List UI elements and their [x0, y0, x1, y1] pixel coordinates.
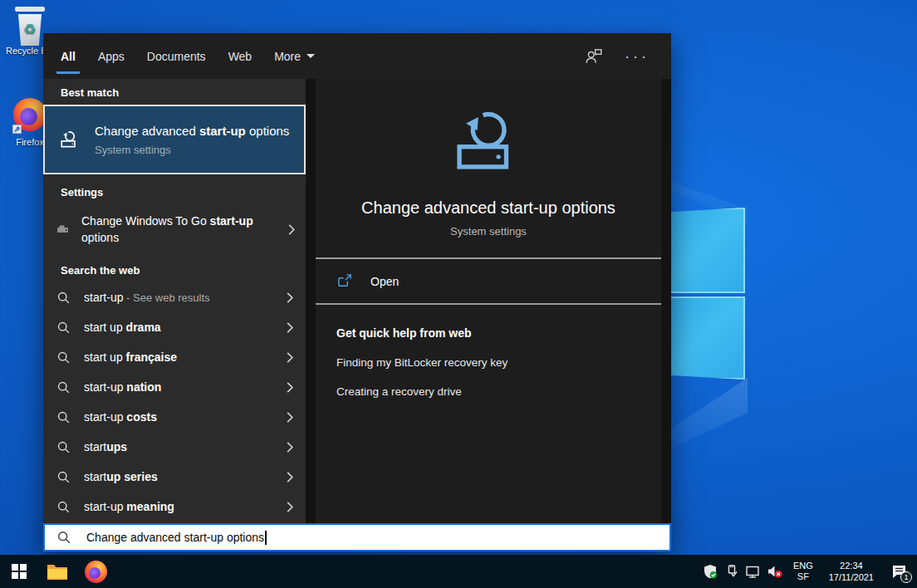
- windows-security-icon[interactable]: [699, 555, 721, 588]
- chevron-right-icon[interactable]: [286, 441, 294, 453]
- keyboard-layout-code: SF: [793, 571, 813, 582]
- open-action[interactable]: Open: [316, 259, 661, 303]
- time: 22:34: [829, 560, 874, 571]
- tab-documents[interactable]: Documents: [147, 33, 206, 79]
- search-icon: [56, 470, 71, 484]
- chevron-right-icon[interactable]: [287, 223, 296, 236]
- language-code: ENG: [793, 561, 813, 571]
- chevron-right-icon[interactable]: [286, 411, 294, 424]
- tab-label: Apps: [98, 50, 125, 63]
- tab-label: All: [61, 50, 76, 63]
- tab-more[interactable]: More: [274, 33, 315, 79]
- chevron-right-icon[interactable]: [286, 292, 294, 304]
- suggestion-text: start-up meaning: [84, 500, 174, 513]
- text-caret: [265, 531, 267, 545]
- web-suggestion[interactable]: start-up - See web results: [43, 282, 306, 312]
- section-header-best-match: Best match: [43, 79, 306, 105]
- action-center-button[interactable]: 1: [882, 555, 915, 588]
- web-suggestion[interactable]: start-up meaning: [43, 492, 306, 522]
- search-filter-bar: All Apps Documents Web More: [43, 33, 671, 79]
- web-suggestion[interactable]: start-up costs: [43, 402, 306, 432]
- search-icon: [56, 321, 71, 335]
- tab-label: Web: [228, 50, 253, 63]
- section-header-search-the-web: Search the web: [43, 254, 306, 282]
- suggestion-text: start up drama: [84, 321, 161, 334]
- chevron-right-icon[interactable]: [286, 501, 294, 513]
- help-link-bitlocker[interactable]: Finding my BitLocker recovery key: [336, 356, 661, 369]
- panel-divider: [306, 79, 316, 523]
- chevron-right-icon[interactable]: [286, 471, 294, 483]
- tab-apps[interactable]: Apps: [98, 33, 125, 79]
- web-suggestion[interactable]: start-up nation: [43, 372, 306, 402]
- web-suggestion[interactable]: startup series: [43, 462, 306, 492]
- search-filter-tabs: All Apps Documents Web More: [61, 33, 315, 79]
- search-results-list: Best match Change advanced start-up opti…: [43, 79, 306, 523]
- open-external-icon: [336, 273, 352, 289]
- open-label: Open: [370, 275, 399, 288]
- suggestion-text: start-up nation: [84, 380, 161, 394]
- search-icon: [56, 350, 71, 365]
- active-tab-underline: [56, 71, 80, 74]
- system-tray: ENG SF 22:34 17/11/2021 1: [699, 555, 917, 588]
- chevron-right-icon[interactable]: [286, 351, 294, 364]
- advanced-startup-icon: [60, 125, 80, 154]
- taskbar-search-input[interactable]: Change advanced start-up options: [43, 523, 671, 551]
- safely-remove-hardware-icon[interactable]: [721, 555, 743, 588]
- tab-web[interactable]: Web: [228, 33, 253, 79]
- chevron-right-icon[interactable]: [286, 321, 294, 334]
- chevron-right-icon[interactable]: [286, 381, 294, 394]
- result-preview-panel: Change advanced start-up options System …: [316, 79, 661, 523]
- tab-all[interactable]: All: [61, 33, 76, 79]
- file-explorer-icon: [47, 562, 68, 581]
- suggestion-text: start-up costs: [84, 410, 157, 424]
- web-suggestion[interactable]: startups: [43, 432, 306, 462]
- volume-muted-icon[interactable]: [764, 555, 786, 588]
- suggestion-text: start-up - See web results: [84, 291, 210, 304]
- web-suggestion[interactable]: start up drama: [43, 312, 306, 342]
- best-match-result[interactable]: Change advanced start-up options System …: [43, 105, 306, 174]
- feedback-icon[interactable]: [585, 47, 603, 66]
- search-icon: [56, 410, 71, 424]
- advanced-startup-icon-large: [453, 105, 524, 177]
- chevron-down-icon: [306, 54, 315, 58]
- search-icon: [56, 291, 71, 305]
- tab-label: More: [274, 50, 301, 63]
- best-match-subtitle: System settings: [95, 144, 292, 156]
- clock[interactable]: 22:34 17/11/2021: [821, 560, 882, 583]
- settings-result-text: Change Windows To Go start-up options: [81, 213, 279, 246]
- start-button[interactable]: [0, 555, 38, 588]
- best-match-title: Change advanced start-up options: [95, 123, 292, 140]
- search-icon: [56, 500, 71, 514]
- windows-to-go-icon: [56, 223, 70, 235]
- search-icon: [56, 440, 71, 454]
- language-indicator[interactable]: ENG SF: [786, 561, 821, 582]
- section-header-settings: Settings: [43, 174, 306, 204]
- date: 17/11/2021: [829, 571, 874, 583]
- notification-count-badge: 1: [900, 571, 912, 583]
- tab-label: Documents: [147, 50, 206, 63]
- preview-subtitle: System settings: [450, 225, 527, 238]
- web-suggestion[interactable]: start up française: [43, 342, 306, 372]
- suggestion-text: startups: [84, 440, 127, 453]
- more-options-icon[interactable]: ···: [625, 52, 650, 61]
- network-icon[interactable]: [743, 555, 764, 588]
- firefox-taskbar-button[interactable]: [76, 555, 115, 588]
- shortcut-arrow-icon: ↗: [12, 125, 22, 134]
- windows-logo-icon: [12, 564, 27, 579]
- search-icon: [56, 530, 71, 545]
- suggestion-text: startup series: [84, 470, 158, 483]
- search-icon: [56, 380, 71, 394]
- start-search-window: All Apps Documents Web More: [43, 33, 671, 551]
- help-link-recovery-drive[interactable]: Creating a recovery drive: [336, 385, 661, 398]
- help-section-header: Get quick help from web: [336, 326, 661, 340]
- taskbar: ENG SF 22:34 17/11/2021 1: [0, 555, 917, 588]
- settings-result[interactable]: Change Windows To Go start-up options: [43, 204, 306, 254]
- firefox-icon: [85, 561, 107, 583]
- search-query-text: Change advanced start-up options: [86, 531, 264, 544]
- suggestion-text: start up française: [84, 350, 177, 364]
- file-explorer-button[interactable]: [38, 555, 76, 588]
- preview-title: Change advanced start-up options: [361, 198, 615, 218]
